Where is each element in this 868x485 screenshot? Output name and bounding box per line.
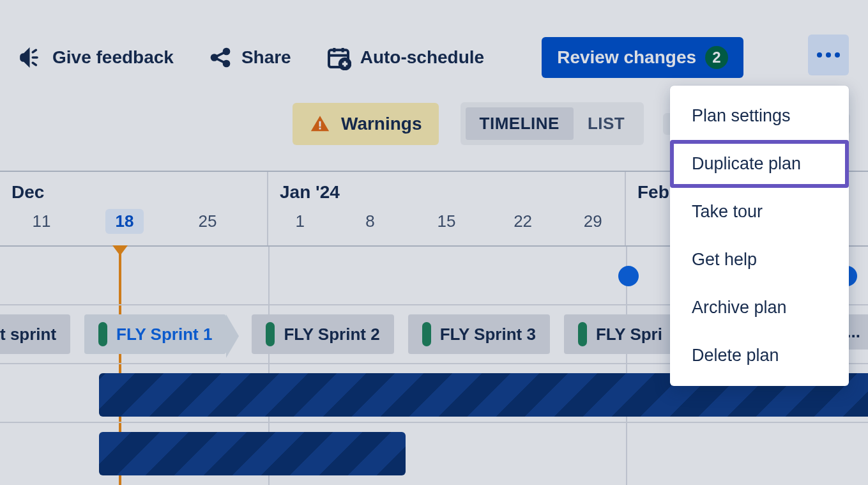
give-feedback-button[interactable]: Give feedback [18, 45, 174, 70]
day-cell: 1 [268, 212, 332, 231]
svg-rect-5 [319, 121, 321, 127]
sprint-status-icon [578, 322, 587, 346]
more-actions-button[interactable] [808, 35, 849, 75]
menu-plan-settings[interactable]: Plan settings [670, 92, 849, 140]
share-icon [208, 45, 232, 70]
sprint-chip-prev[interactable]: t sprint [0, 314, 70, 354]
day-cell: 25 [166, 212, 249, 234]
auto-schedule-label: Auto-schedule [360, 47, 484, 68]
share-button[interactable]: Share [208, 45, 291, 70]
sprint-chip-1[interactable]: FLY Sprint 1 [84, 314, 226, 354]
menu-delete-plan[interactable]: Delete plan [670, 332, 849, 380]
task-bar[interactable] [99, 432, 406, 475]
menu-get-help[interactable]: Get help [670, 236, 849, 284]
more-actions-menu: Plan settings Duplicate plan Take tour G… [670, 86, 849, 386]
review-changes-count: 2 [705, 46, 728, 69]
milestone-dot[interactable] [618, 266, 639, 286]
plan-toolbar: Give feedback Share Auto-schedule Review… [0, 0, 868, 77]
calendar-plus-icon [326, 45, 351, 70]
sprint-status-icon [422, 322, 431, 346]
view-timeline-tab[interactable]: TIMELINE [466, 107, 574, 140]
sprint-label: t sprint [0, 325, 56, 344]
menu-take-tour[interactable]: Take tour [670, 188, 849, 236]
sprint-label: FLY Spri [596, 325, 662, 344]
auto-schedule-button[interactable]: Auto-schedule [326, 45, 484, 70]
sprint-status-icon [98, 322, 107, 346]
month-label: Jan '24 [268, 172, 625, 208]
megaphone-icon [18, 45, 43, 70]
svg-rect-6 [319, 127, 321, 129]
ellipsis-icon [817, 52, 840, 58]
sprint-label: FLY Sprint 2 [284, 325, 379, 344]
review-changes-button[interactable]: Review changes 2 [542, 37, 743, 78]
month-col-dec: Dec 11 18 25 [0, 172, 268, 245]
day-cell: 29 [561, 212, 625, 231]
warning-icon [309, 113, 331, 135]
sprint-chip-3[interactable]: FLY Sprint 3 [408, 314, 550, 354]
sprint-chip-2[interactable]: FLY Sprint 2 [252, 314, 393, 354]
view-list-tab[interactable]: LIST [574, 107, 639, 140]
task-lane [0, 423, 868, 482]
sprint-label: FLY Sprint 3 [440, 325, 536, 344]
share-label: Share [241, 47, 291, 68]
menu-duplicate-plan[interactable]: Duplicate plan [670, 140, 849, 188]
sprint-chip-4[interactable]: FLY Spri [564, 314, 676, 354]
day-cell: 8 [332, 212, 409, 231]
day-cell-today: 18 [105, 209, 144, 234]
day-cell: 11 [0, 212, 83, 234]
warnings-label: Warnings [341, 114, 422, 134]
sprint-status-icon [266, 322, 275, 346]
review-changes-label: Review changes [557, 47, 696, 68]
menu-archive-plan[interactable]: Archive plan [670, 284, 849, 332]
day-cell: 15 [408, 212, 485, 231]
month-label: Dec [0, 172, 267, 208]
give-feedback-label: Give feedback [52, 47, 174, 68]
day-cell: 22 [485, 212, 561, 231]
warnings-button[interactable]: Warnings [293, 103, 439, 145]
month-col-jan: Jan '24 1 8 15 22 29 [268, 172, 626, 245]
view-toggle: TIMELINE LIST [461, 102, 644, 145]
sprint-label: FLY Sprint 1 [116, 325, 212, 344]
